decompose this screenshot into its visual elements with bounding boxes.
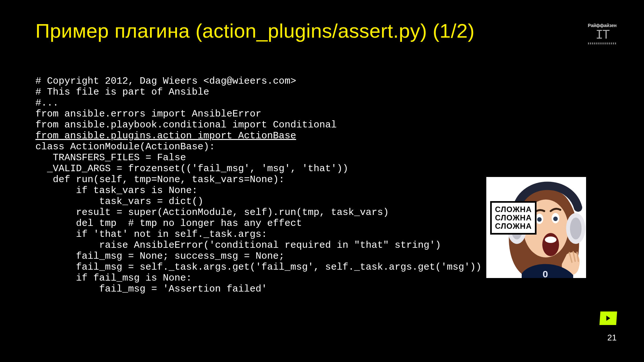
code-line: # This file is part of Ansible	[35, 87, 209, 97]
brand-it: IT	[588, 29, 617, 42]
code-line: class ActionModule(ActionBase):	[35, 141, 215, 152]
code-line: def run(self, tmp=None, task_vars=None):	[35, 174, 285, 185]
code-line: task_vars = dict()	[35, 196, 203, 207]
meme-text-bubble: СЛОЖНА СЛОЖНА СЛОЖНА	[490, 201, 537, 235]
code-line: if task_vars is None:	[35, 185, 198, 196]
code-line: fail_msg = self._task.args.get('fail_msg…	[35, 262, 481, 273]
svg-text:0: 0	[543, 269, 548, 278]
svg-point-6	[553, 217, 558, 221]
svg-point-10	[570, 218, 582, 239]
code-line: from ansible.errors import AnsibleError	[35, 108, 261, 119]
svg-point-2	[545, 237, 556, 243]
code-line: TRANSFERS_FILES = False	[35, 152, 186, 163]
code-line: if 'that' not in self._task.args:	[35, 229, 267, 240]
footer-logo-icon	[600, 311, 617, 325]
slide: Пример плагина (action_plugins/assert.py…	[0, 0, 644, 362]
code-line: _VALID_ARGS = frozenset(('fail_msg', 'ms…	[35, 163, 348, 174]
brand-name: Райффайзен	[588, 23, 617, 28]
code-line: raise AnsibleError('conditional required…	[35, 240, 441, 251]
slide-title: Пример плагина (action_plugins/assert.py…	[35, 19, 475, 42]
code-line: result = super(ActionModule, self).run(t…	[35, 207, 389, 218]
code-line: #...	[35, 97, 59, 108]
page-number: 21	[607, 333, 617, 343]
svg-point-4	[537, 217, 542, 222]
brand-logo: Райффайзен IT	[588, 23, 617, 42]
meme-image: 0 СЛОЖНА СЛОЖНА СЛОЖНА	[486, 177, 586, 278]
code-line: fail_msg = None; success_msg = None;	[35, 251, 285, 262]
code-line-underlined: from ansible.plugins.action import Actio…	[35, 130, 296, 141]
code-line: from ansible.playbook.conditional import…	[35, 119, 337, 130]
code-line: if fail_msg is None:	[35, 273, 192, 283]
meme-text-line: СЛОЖНА	[495, 205, 532, 214]
meme-text-line: СЛОЖНА	[495, 214, 532, 222]
code-line: # Copyright 2012, Dag Wieers <dag@wieers…	[35, 76, 296, 87]
code-block: # Copyright 2012, Dag Wieers <dag@wieers…	[35, 76, 481, 294]
code-line: del tmp # tmp no longer has any effect	[35, 218, 302, 229]
svg-point-1	[542, 233, 559, 256]
code-line: fail_msg = 'Assertion failed'	[35, 283, 267, 294]
meme-text-line: СЛОЖНА	[495, 222, 532, 230]
